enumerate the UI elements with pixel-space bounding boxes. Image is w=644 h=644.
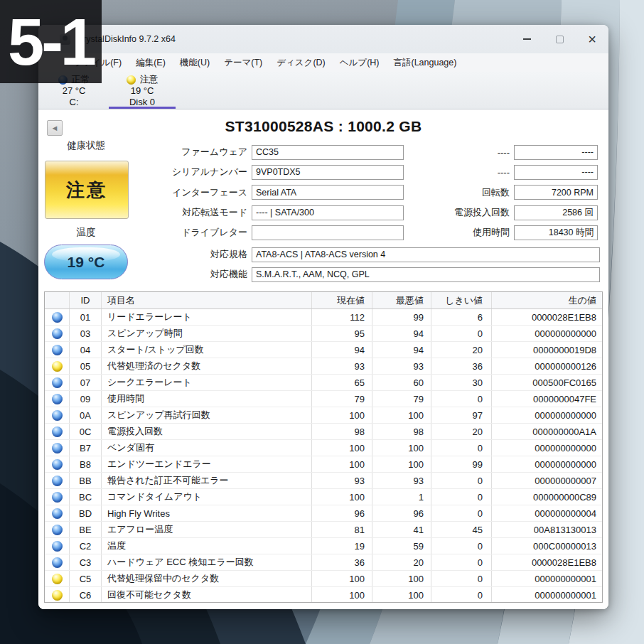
smart-attribute-name: リードエラーレート	[102, 309, 312, 325]
minimize-icon	[523, 38, 531, 40]
annotation-label: 5-1	[8, 9, 94, 75]
smart-attribute-name: 温度	[102, 538, 312, 554]
smart-row: 03 スピンアップ時間 95 94 0 000000000000	[45, 326, 602, 342]
smart-id: 0C	[70, 424, 102, 439]
main-content: ◄ ST31000528AS : 1000.2 GB 健康状態 注意 温度 19…	[38, 109, 608, 609]
smart-current-value: 96	[312, 505, 372, 521]
smart-threshold-value: 0	[431, 587, 492, 603]
field-label: 対応機能	[131, 268, 252, 281]
smart-worst-value: 100	[372, 571, 431, 586]
smart-worst-value: 94	[372, 342, 431, 358]
minimize-button[interactable]	[510, 25, 543, 53]
smart-row-status-cell	[45, 554, 70, 570]
smart-attribute-name: エンドツーエンドエラー	[102, 456, 312, 472]
smart-row: C5 代替処理保留中のセクタ数 100 100 0 000000000001	[45, 571, 602, 587]
smart-id: B8	[70, 456, 102, 472]
temperature-label: 温度	[38, 226, 134, 239]
field-label: シリアルナンバー	[131, 166, 252, 178]
disk-tab-label: C:	[70, 97, 79, 108]
smart-id: 04	[70, 342, 102, 358]
smart-current-value: 100	[312, 440, 372, 456]
header-threshold: しきい値	[431, 292, 492, 308]
smart-current-value: 93	[312, 473, 372, 488]
smart-row: 07 シークエラーレート 65 60 30 000500FC0165	[45, 375, 602, 391]
menu-item[interactable]: ディスク(D)	[269, 53, 333, 72]
previous-disk-button[interactable]: ◄	[47, 120, 63, 136]
field-value: ----	[514, 145, 598, 160]
field-value: ---- | SATA/300	[252, 205, 404, 220]
smart-row: 05 代替処理済のセクタ数 93 93 36 000000000126	[45, 358, 602, 375]
smart-row-status-cell	[45, 375, 70, 390]
smart-worst-value: 94	[372, 326, 431, 341]
menu-item[interactable]: テーマ(T)	[217, 53, 269, 72]
smart-attribute-name: スピンアップ再試行回数	[102, 407, 312, 423]
field-label: 回転数	[408, 186, 514, 199]
smart-attribute-name: スタート/ストップ回数	[102, 342, 312, 358]
maximize-button[interactable]	[543, 25, 576, 53]
smart-id: BC	[70, 489, 102, 505]
smart-attribute-name: コマンドタイムアウト	[102, 489, 312, 505]
smart-attribute-name: 回復不可能セクタ数	[102, 587, 312, 603]
status-dot-icon	[52, 312, 63, 323]
drive-info-field: インターフェース Serial ATA	[131, 183, 404, 203]
drive-info-field: ---- ----	[408, 142, 598, 162]
health-status-badge[interactable]: 注意	[45, 161, 129, 219]
close-button[interactable]: ×	[576, 25, 608, 53]
smart-worst-value: 100	[372, 440, 431, 456]
drive-info-field: 対応機能 S.M.A.R.T., AAM, NCQ, GPL	[131, 264, 600, 284]
smart-row: 0C 電源投入回数 98 98 20 000000000A1A	[45, 424, 602, 440]
temperature-badge[interactable]: 19 °C	[44, 245, 128, 279]
menu-item[interactable]: ヘルプ(H)	[333, 53, 387, 72]
field-value: CC35	[252, 145, 404, 160]
smart-attribute-name: エアフロー温度	[102, 522, 312, 537]
drive-info-left-column: ファームウェア CC35 シリアルナンバー 9VP0TDX5 インターフェース …	[131, 142, 404, 242]
smart-current-value: 100	[312, 571, 372, 586]
smart-threshold-value: 20	[431, 342, 492, 358]
field-label: 対応規格	[131, 248, 252, 261]
smart-threshold-value: 0	[431, 473, 492, 488]
disk-tab[interactable]: 注意 19 °C Disk 0	[108, 72, 176, 109]
smart-raw-value: 0000028E1EB8	[492, 554, 602, 570]
smart-row-status-cell	[45, 538, 70, 554]
smart-worst-value: 60	[372, 375, 431, 390]
smart-threshold-value: 99	[431, 456, 492, 472]
smart-current-value: 65	[312, 375, 372, 390]
smart-row: B7 ベンダ固有 100 100 0 000000000000	[45, 440, 602, 456]
drive-title: ST31000528AS : 1000.2 GB	[81, 118, 566, 135]
smart-attribute-name: 電源投入回数	[102, 424, 312, 439]
menu-item[interactable]: 言語(Language)	[386, 53, 463, 72]
status-dot-icon	[52, 541, 63, 552]
header-status	[45, 292, 70, 308]
smart-raw-value: 0000028E1EB8	[492, 309, 602, 325]
smart-raw-value: 000000000C89	[492, 489, 602, 505]
smart-threshold-value: 0	[431, 554, 492, 570]
field-value: 2586 回	[514, 205, 598, 220]
field-value: S.M.A.R.T., AAM, NCQ, GPL	[252, 267, 600, 282]
smart-threshold-value: 30	[431, 375, 492, 390]
drive-info-right-column: ---- ---- ---- ---- 回転数 7200 RPM 電源	[408, 142, 598, 242]
close-icon: ×	[588, 32, 596, 46]
smart-id: C5	[70, 571, 102, 586]
smart-row-status-cell	[45, 571, 70, 586]
status-dot-icon	[52, 476, 63, 486]
smart-id: BD	[70, 505, 102, 521]
smart-row: BB 報告された訂正不可能エラー 93 93 0 000000000007	[45, 473, 602, 489]
status-dot-icon	[52, 443, 63, 454]
smart-threshold-value: 97	[431, 407, 492, 423]
smart-attribute-name: 代替処理保留中のセクタ数	[102, 571, 312, 586]
smart-current-value: 93	[312, 358, 372, 374]
smart-worst-value: 100	[372, 587, 431, 603]
smart-row: BE エアフロー温度 81 41 45 00A813130013	[45, 522, 602, 538]
smart-id: BE	[70, 522, 102, 537]
smart-row-status-cell	[45, 489, 70, 505]
disk-tab-temperature: 19 °C	[131, 85, 154, 97]
field-label: ファームウェア	[131, 146, 252, 159]
menu-item[interactable]: 編集(E)	[129, 53, 173, 72]
smart-row-status-cell	[45, 391, 70, 407]
smart-threshold-value: 6	[431, 309, 492, 325]
field-label: インターフェース	[131, 186, 252, 199]
status-dot-icon	[52, 590, 63, 601]
menu-item[interactable]: 機能(U)	[173, 53, 217, 72]
smart-row-status-cell	[45, 456, 70, 472]
field-label: ----	[408, 167, 514, 178]
